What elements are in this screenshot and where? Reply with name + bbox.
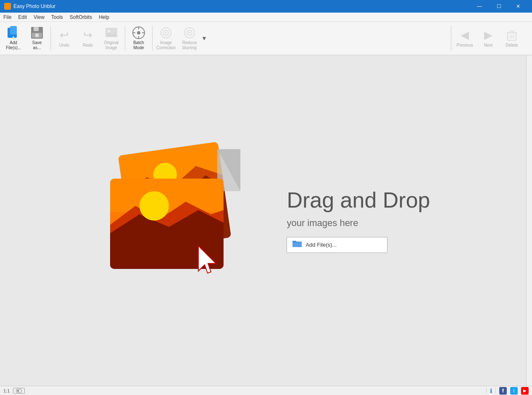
toolbar-batch-button[interactable]: BatchMode bbox=[127, 24, 150, 53]
app-title: Easy Photo Unblur bbox=[13, 3, 470, 9]
info-icon[interactable]: ℹ bbox=[490, 387, 492, 394]
zoom-level: 1:1 bbox=[3, 388, 10, 393]
toolbar-divider-3 bbox=[152, 26, 153, 51]
titlebar: Easy Photo Unblur — ☐ ✕ bbox=[0, 0, 532, 13]
correction-icon bbox=[159, 26, 173, 40]
redo-label: Redo bbox=[83, 43, 93, 48]
youtube-icon[interactable]: ▶ bbox=[521, 387, 529, 395]
maximize-button[interactable]: ☐ bbox=[489, 0, 508, 13]
original-icon bbox=[105, 26, 118, 40]
toolbar-reduce-button[interactable]: Reduceblurring bbox=[178, 24, 201, 53]
save-label: Saveas... bbox=[32, 40, 42, 50]
window-controls: — ☐ ✕ bbox=[470, 0, 528, 13]
toolbar: + AddFile(s)... Saveas... ↩ Undo ↪ Redo bbox=[0, 22, 532, 55]
batch-icon bbox=[132, 26, 145, 40]
statusbar-divider-1 bbox=[486, 388, 487, 394]
scrollbar-area[interactable] bbox=[526, 55, 532, 386]
svg-point-20 bbox=[187, 30, 192, 35]
statusbar: 1:1 ℹ f t ▶ bbox=[0, 386, 532, 395]
drop-text-area: Drag and Drop your images here Add File(… bbox=[287, 188, 430, 253]
svg-point-8 bbox=[108, 30, 110, 32]
svg-rect-1 bbox=[10, 26, 17, 34]
toolbar-right: ◀ Previous ▶ Next Delete bbox=[451, 22, 524, 55]
next-icon: ▶ bbox=[482, 29, 495, 42]
svg-point-17 bbox=[163, 30, 169, 35]
folder-icon bbox=[292, 240, 302, 250]
toolbar-next-button[interactable]: ▶ Next bbox=[477, 24, 500, 53]
toolbar-divider-1 bbox=[50, 26, 51, 51]
statusbar-right: ℹ f t ▶ bbox=[486, 387, 529, 395]
next-label: Next bbox=[484, 43, 493, 48]
minimize-button[interactable]: — bbox=[470, 0, 489, 13]
menu-edit[interactable]: Edit bbox=[15, 13, 30, 21]
menu-file[interactable]: File bbox=[0, 13, 15, 21]
delete-label: Delete bbox=[506, 43, 518, 48]
svg-point-16 bbox=[161, 28, 171, 38]
main-drop-area[interactable]: Drag and Drop your images here Add File(… bbox=[0, 55, 532, 386]
svg-point-43 bbox=[140, 191, 169, 221]
svg-rect-4 bbox=[34, 27, 39, 31]
zoom-icon[interactable] bbox=[13, 388, 25, 394]
reduce-label: Reduceblurring bbox=[182, 40, 197, 50]
add-label: AddFile(s)... bbox=[6, 40, 21, 50]
svg-rect-45 bbox=[292, 242, 302, 247]
svg-point-21 bbox=[189, 32, 190, 34]
add-files-button[interactable]: Add File(s)... bbox=[287, 237, 387, 253]
facebook-icon[interactable]: f bbox=[499, 387, 507, 395]
svg-point-11 bbox=[137, 31, 140, 34]
app-icon bbox=[4, 3, 11, 10]
toolbar-correction-button[interactable]: ImageCorrection bbox=[154, 24, 178, 53]
svg-rect-24 bbox=[510, 31, 514, 33]
svg-marker-9 bbox=[105, 32, 117, 37]
toolbar-divider-2 bbox=[125, 26, 125, 51]
original-label: OriginalImage bbox=[104, 40, 119, 50]
svg-rect-7 bbox=[105, 28, 117, 37]
reduce-icon bbox=[183, 26, 196, 40]
menu-help[interactable]: Help bbox=[95, 13, 113, 21]
add-icon: + bbox=[7, 26, 20, 40]
statusbar-left: 1:1 bbox=[3, 388, 25, 394]
illustration-svg bbox=[102, 141, 261, 300]
correction-label: ImageCorrection bbox=[156, 40, 176, 50]
undo-label: Undo bbox=[59, 43, 69, 48]
save-icon bbox=[30, 26, 44, 40]
drop-illustration bbox=[102, 141, 261, 300]
toolbar-save-button[interactable]: Saveas... bbox=[25, 24, 49, 53]
toolbar-redo-button[interactable]: ↪ Redo bbox=[76, 24, 100, 53]
toolbar-original-button[interactable]: OriginalImage bbox=[100, 24, 123, 53]
delete-icon bbox=[505, 29, 519, 42]
drop-content: Drag and Drop your images here Add File(… bbox=[102, 141, 430, 300]
previous-label: Previous bbox=[457, 43, 473, 48]
svg-rect-6 bbox=[35, 34, 39, 37]
drag-drop-title: Drag and Drop bbox=[287, 188, 430, 212]
statusbar-divider-2 bbox=[495, 388, 496, 394]
toolbar-previous-button[interactable]: ◀ Previous bbox=[453, 24, 477, 53]
svg-point-19 bbox=[184, 28, 195, 38]
menu-view[interactable]: View bbox=[30, 13, 48, 21]
toolbar-expand[interactable]: ▼ bbox=[201, 35, 207, 42]
svg-rect-47 bbox=[17, 390, 19, 392]
menubar: File Edit View Tools SoftOrbits Help bbox=[0, 13, 532, 22]
add-files-label: Add File(s)... bbox=[306, 242, 337, 248]
toolbar-add-button[interactable]: + AddFile(s)... bbox=[2, 24, 25, 53]
undo-icon: ↩ bbox=[58, 29, 71, 42]
twitter-icon[interactable]: t bbox=[510, 387, 518, 395]
svg-text:+: + bbox=[12, 35, 15, 40]
menu-softorbits[interactable]: SoftOrbits bbox=[66, 13, 95, 21]
svg-rect-22 bbox=[508, 33, 516, 40]
toolbar-undo-button[interactable]: ↩ Undo bbox=[53, 24, 76, 53]
svg-point-18 bbox=[165, 32, 167, 34]
toolbar-delete-button[interactable]: Delete bbox=[500, 24, 524, 53]
redo-icon: ↪ bbox=[81, 29, 95, 42]
toolbar-divider-right bbox=[451, 26, 451, 51]
menu-tools[interactable]: Tools bbox=[48, 13, 66, 21]
close-button[interactable]: ✕ bbox=[508, 0, 528, 13]
batch-label: BatchMode bbox=[133, 40, 144, 50]
drag-drop-subtitle: your images here bbox=[287, 218, 430, 229]
previous-icon: ◀ bbox=[458, 29, 471, 42]
